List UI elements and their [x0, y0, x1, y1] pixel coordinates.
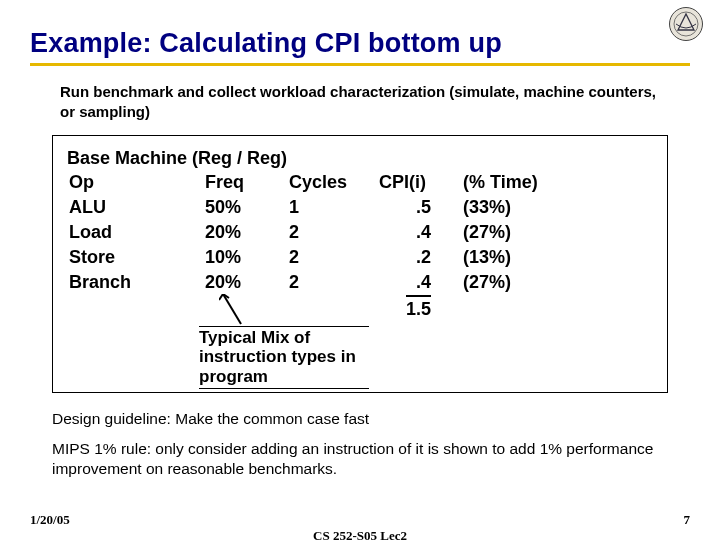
- col-freq: Freq: [205, 170, 244, 194]
- title-underline: [30, 63, 690, 66]
- total-cpi: 1.5: [379, 295, 431, 321]
- cell-cycles: 2: [289, 270, 299, 294]
- table-row: ALU 50% 1 .5 (33%): [67, 195, 653, 220]
- cell-cpi: .2: [379, 245, 431, 269]
- table-header-line: Base Machine (Reg / Reg): [67, 146, 653, 170]
- mips-rule: MIPS 1% rule: only consider adding an in…: [52, 439, 668, 479]
- footer-page: 7: [684, 512, 691, 528]
- cell-cpi: .4: [379, 270, 431, 294]
- col-cpi: CPI(i): [379, 170, 431, 194]
- subtitle: Run benchmark and collect workload chara…: [60, 82, 660, 123]
- table-column-headers: Op Freq Cycles CPI(i) (% Time): [67, 170, 653, 195]
- cell-op: Load: [69, 220, 112, 244]
- cell-op: ALU: [69, 195, 106, 219]
- table-row: Branch 20% 2 .4 (27%): [67, 270, 653, 295]
- university-seal-icon: [668, 6, 704, 42]
- cell-op: Branch: [69, 270, 131, 294]
- cell-op: Store: [69, 245, 115, 269]
- slide: Example: Calculating CPI bottom up Run b…: [0, 0, 720, 540]
- table-total-row: 1.5: [67, 295, 653, 320]
- cell-freq: 20%: [205, 270, 241, 294]
- cell-time: (27%): [463, 220, 511, 244]
- svg-point-0: [670, 8, 703, 41]
- cell-freq: 10%: [205, 245, 241, 269]
- footer-course: CS 252-S05 Lec2: [0, 528, 720, 540]
- footer-date: 1/20/05: [30, 512, 70, 528]
- cell-cycles: 2: [289, 245, 299, 269]
- table-row: Load 20% 2 .4 (27%): [67, 220, 653, 245]
- design-guideline: Design guideline: Make the common case f…: [52, 409, 668, 429]
- cell-freq: 50%: [205, 195, 241, 219]
- col-cycles: Cycles: [289, 170, 347, 194]
- cell-time: (33%): [463, 195, 511, 219]
- cpi-table: Base Machine (Reg / Reg) Op Freq Cycles …: [52, 135, 668, 393]
- table-row: Store 10% 2 .2 (13%): [67, 245, 653, 270]
- cell-cpi: .4: [379, 220, 431, 244]
- cell-cpi: .5: [379, 195, 431, 219]
- cell-freq: 20%: [205, 220, 241, 244]
- cell-time: (13%): [463, 245, 511, 269]
- slide-title: Example: Calculating CPI bottom up: [30, 28, 690, 59]
- col-time: (% Time): [463, 170, 538, 194]
- col-op: Op: [69, 170, 94, 194]
- cell-time: (27%): [463, 270, 511, 294]
- cell-cycles: 1: [289, 195, 299, 219]
- mix-annotation: Typical Mix of instruction types in prog…: [199, 326, 369, 390]
- cell-cycles: 2: [289, 220, 299, 244]
